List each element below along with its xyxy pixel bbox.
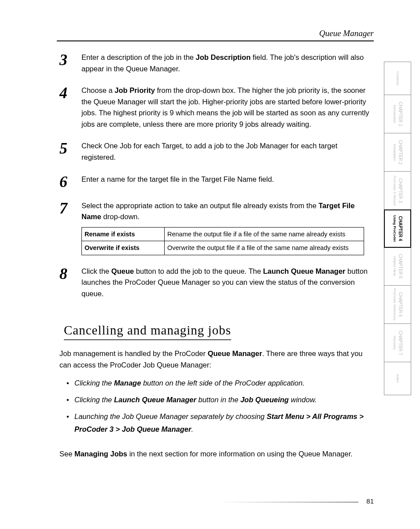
step-3: 3Enter a description of the job in the J… xyxy=(59,52,372,74)
table-row: Rename if existsRename the output file i… xyxy=(82,227,364,241)
chapter-tab[interactable]: CHAPTER 5Helpful Hints xyxy=(384,247,411,286)
step-8: 8Click the Queue button to add the job t… xyxy=(59,266,372,300)
tab-subtitle: Index xyxy=(395,374,400,383)
option-name: Rename if exists xyxy=(82,227,165,241)
step-body: Check One Job for each Target, to add a … xyxy=(81,140,372,163)
tab-chapter: CHAPTER 1 xyxy=(398,102,403,126)
step-body: Click the Queue button to add the job to… xyxy=(81,266,372,300)
tab-chapter: CHAPTER 6 xyxy=(398,292,403,317)
chapter-tab[interactable]: CHAPTER 6ProCoder Reference xyxy=(384,286,411,324)
outro-paragraph: See Managing Jobs in the next section fo… xyxy=(59,448,372,460)
tab-subtitle: Glossary xyxy=(392,336,397,350)
list-item: Clicking the Manage button on the left s… xyxy=(74,377,372,389)
tab-chapter: CHAPTER 5 xyxy=(398,254,403,279)
step-4: 4Choose a Job Priority from the drop-dow… xyxy=(59,85,372,130)
tab-subtitle: Introduction xyxy=(392,105,397,123)
option-desc: Rename the output file if a file of the … xyxy=(165,227,364,241)
chapter-tab[interactable]: Index xyxy=(384,362,411,395)
chapter-tabs: ContentsCHAPTER 1IntroductionCHAPTER 2In… xyxy=(384,62,411,395)
page-content: 3Enter a description of the job in the J… xyxy=(59,52,372,466)
step-body: Select the appropriate action to take an… xyxy=(81,200,372,255)
step-number: 8 xyxy=(59,266,81,282)
table-row: Overwrite if existsOverwrite the output … xyxy=(82,241,364,255)
step-number: 7 xyxy=(59,200,81,216)
step-body: Enter a description of the job in the Jo… xyxy=(81,52,372,74)
tab-subtitle: ProCoder Reference xyxy=(392,288,397,320)
list-item: Clicking the Launch Queue Manager button… xyxy=(74,393,372,406)
section-header: Queue Manager xyxy=(319,29,374,38)
tab-subtitle: Helpful Hints xyxy=(392,256,397,276)
step-5: 5Check One Job for each Target, to add a… xyxy=(59,140,372,163)
chapter-tab[interactable]: CHAPTER 7Glossary xyxy=(384,324,411,362)
intro-paragraph: Job management is handled by the ProCode… xyxy=(59,348,372,371)
options-table: Rename if existsRename the output file i… xyxy=(81,227,364,255)
tab-chapter: CHAPTER 4 xyxy=(398,216,403,241)
bullet-list: Clicking the Manage button on the left s… xyxy=(74,377,372,435)
step-number: 6 xyxy=(59,174,81,190)
chapter-tab[interactable]: CHAPTER 1Introduction xyxy=(384,95,411,133)
option-name: Overwrite if exists xyxy=(82,241,165,255)
chapter-tab[interactable]: CHAPTER 2Installation xyxy=(384,133,411,172)
step-number: 3 xyxy=(59,52,81,68)
tab-chapter: CHAPTER 3 xyxy=(398,178,403,203)
footer-rule xyxy=(217,502,358,503)
tab-subtitle: Installation xyxy=(392,144,397,161)
header-rule xyxy=(57,40,374,41)
tab-chapter: CHAPTER 2 xyxy=(398,140,403,165)
step-7: 7Select the appropriate action to take a… xyxy=(59,200,372,255)
step-6: 6Enter a name for the target file in the… xyxy=(59,174,372,190)
step-number: 4 xyxy=(59,85,81,101)
page-number: 81 xyxy=(366,497,374,505)
tab-chapter: CHAPTER 7 xyxy=(398,331,403,355)
option-desc: Overwrite the output file if a file of t… xyxy=(165,241,364,255)
step-body: Enter a name for the target file in the … xyxy=(81,174,274,185)
tab-subtitle: Contents xyxy=(395,71,400,85)
tab-subtitle: Using ProCoder xyxy=(392,215,397,242)
tab-subtitle: ProCoder 3 Wizard xyxy=(392,176,397,206)
step-body: Choose a Job Priority from the drop-down… xyxy=(81,85,372,130)
step-number: 5 xyxy=(59,140,81,156)
chapter-tab[interactable]: Contents xyxy=(384,62,411,95)
list-item: Launching the Job Queue Manager separate… xyxy=(74,410,372,435)
subsection-heading: Cancelling and managing jobs xyxy=(64,323,231,340)
chapter-tab[interactable]: CHAPTER 4Using ProCoder xyxy=(384,209,411,248)
chapter-tab[interactable]: CHAPTER 3ProCoder 3 Wizard xyxy=(384,172,411,210)
